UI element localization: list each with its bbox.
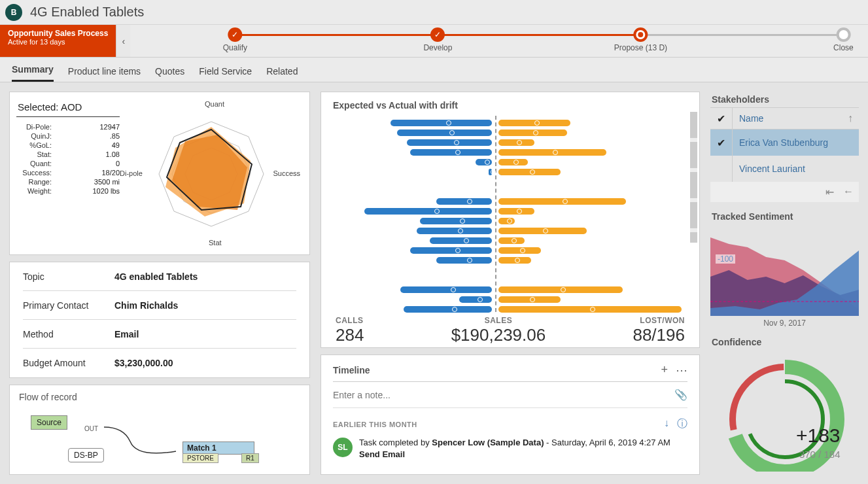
- stakeholder-row[interactable]: ✔Erica Van Stubenburg: [710, 130, 859, 156]
- detail-row[interactable]: Budget Amount$3,230,000.00: [23, 349, 296, 377]
- radar-card: Selected: AOD Di-Pole:12947QuinJ:.85%GoL…: [9, 92, 310, 255]
- radar-stat-row: QuinJ:.85: [16, 131, 120, 141]
- process-banner-title: Opportunity Sales Process: [8, 29, 108, 38]
- timeline-section-label: EARLIER THIS MONTH: [333, 421, 417, 428]
- flow-ds-node[interactable]: DS-BP: [68, 448, 104, 462]
- flow-of-record-card: Flow of record Source OUT DS-BP Match 1 …: [9, 385, 310, 475]
- radar-stat-row: Range:3500 mi: [16, 177, 120, 186]
- timeline-item-actor: Spencer Low (Sample Data): [432, 438, 544, 447]
- calls-value: 284: [336, 325, 364, 345]
- radar-stat-row: Quant:0: [16, 159, 120, 168]
- lost-won-label: LOST/WON: [633, 316, 685, 325]
- app-header: B 4G Enabled Tablets: [0, 0, 868, 25]
- confidence-ratio: 370 / 184: [799, 449, 841, 460]
- check-all-icon[interactable]: ✔: [710, 108, 733, 129]
- radar-stat-row: Weight:1020 lbs: [16, 186, 120, 196]
- sort-icon[interactable]: ↑: [842, 112, 859, 124]
- detail-row[interactable]: Topic4G enabled Tablets: [23, 262, 296, 291]
- app-logo-icon: B: [5, 4, 22, 21]
- flow-r1-label: R1: [241, 453, 259, 463]
- timeline-item-sep: -: [544, 438, 552, 447]
- timeline-title: Timeline: [333, 365, 370, 375]
- sentiment-chart: -100: [710, 224, 859, 316]
- sentiment-marker: -100: [716, 254, 735, 264]
- radar-axis-quant: Quant: [205, 100, 224, 108]
- tab-summary[interactable]: Summary: [12, 64, 54, 82]
- eva-chart: [333, 116, 687, 312]
- process-bar: Opportunity Sales Process Active for 13 …: [0, 25, 868, 58]
- tab-product-line-items[interactable]: Product line items: [68, 66, 141, 82]
- eva-title: Expected vs Actual with drift: [333, 100, 687, 111]
- radar-stat-row: %GoL:49: [16, 141, 120, 150]
- stakeholders-name-col[interactable]: Name: [733, 113, 842, 124]
- flow-match-node[interactable]: Match 1: [182, 441, 254, 455]
- timeline-item-when: Saturday, April 6, 2019 4:27 AM: [551, 438, 670, 447]
- process-stage[interactable]: Propose (13 D): [614, 27, 667, 52]
- process-stage[interactable]: ✓Develop: [423, 27, 452, 52]
- radar-stat-row: Success:18/20: [16, 168, 120, 177]
- confidence-title: Confidence: [710, 334, 859, 350]
- stake-first-icon[interactable]: ⇤: [825, 186, 834, 198]
- radar-stat-row: Stat:1.08: [16, 150, 120, 159]
- timeline-info-icon[interactable]: ⓘ: [677, 417, 687, 431]
- detail-row[interactable]: MethodEmail: [23, 320, 296, 349]
- flow-pstore-label: PSTORE: [182, 453, 218, 463]
- process-banner[interactable]: Opportunity Sales Process Active for 13 …: [0, 25, 116, 57]
- tab-quotes[interactable]: Quotes: [155, 66, 184, 82]
- timeline-card: Timeline + ⋯ 📎 EARLIER THIS MONTH ↓ ⓘ SL: [321, 354, 700, 475]
- stakeholders-title: Stakeholders: [710, 92, 859, 107]
- stakeholders-header: ✔ Name ↑: [710, 107, 859, 130]
- page-title: 4G Enabled Tablets: [30, 5, 144, 20]
- sentiment-section: Tracked Sentiment -100 Nov 9, 2017: [710, 209, 859, 328]
- process-collapse-button[interactable]: ‹: [116, 25, 130, 57]
- sentiment-date: Nov 9, 2017: [710, 319, 859, 328]
- details-card: Topic4G enabled TabletsPrimary ContactCh…: [9, 262, 310, 378]
- avatar: SL: [333, 438, 353, 457]
- confidence-delta: +183: [796, 424, 841, 447]
- tab-related[interactable]: Related: [266, 66, 298, 82]
- detail-row[interactable]: Primary ContactChim Richalds: [23, 291, 296, 320]
- flow-source-node[interactable]: Source: [31, 415, 67, 430]
- timeline-item[interactable]: SL Task completed by Spencer Low (Sample…: [333, 438, 687, 459]
- radar-axis-dipole: Di-pole: [120, 169, 143, 177]
- timeline-more-button[interactable]: ⋯: [676, 363, 687, 377]
- radar-selected-label: Selected: AOD: [16, 99, 120, 117]
- timeline-add-button[interactable]: +: [661, 363, 668, 377]
- radar-chart: Quant Success Stat Di-pole: [120, 99, 303, 248]
- timeline-item-prefix: Task completed by: [359, 438, 432, 447]
- confidence-section: Confidence +183 370 / 184: [710, 334, 859, 472]
- sales-label: SALES: [451, 316, 546, 325]
- timeline-item-line2: Send Email: [359, 449, 670, 459]
- process-banner-subtitle: Active for 13 days: [8, 38, 108, 46]
- timeline-note-input[interactable]: [333, 390, 674, 400]
- radar-axis-stat: Stat: [209, 239, 222, 247]
- lost-won-value: 88/196: [633, 325, 685, 345]
- radar-stat-row: Di-Pole:12947: [16, 122, 120, 131]
- chart-scrollbar[interactable]: [690, 112, 697, 243]
- expected-vs-actual-card: Expected vs Actual with drift CALLS 284 …: [321, 92, 700, 348]
- tab-bar: SummaryProduct line itemsQuotesField Ser…: [0, 58, 868, 82]
- sentiment-title: Tracked Sentiment: [710, 209, 859, 224]
- sales-value: $190,239.06: [451, 325, 546, 345]
- stakeholders-section: Stakeholders ✔ Name ↑ ✔Erica Van Stubenb…: [710, 92, 859, 202]
- tab-field-service[interactable]: Field Service: [199, 66, 252, 82]
- calls-label: CALLS: [336, 316, 364, 325]
- process-stage[interactable]: ✓Qualify: [223, 27, 247, 52]
- flow-title: Flow of record: [19, 392, 300, 402]
- attachment-icon[interactable]: 📎: [674, 389, 687, 401]
- confidence-donut: +183 370 / 184: [716, 354, 854, 472]
- process-stage[interactable]: Close: [833, 27, 854, 52]
- stakeholder-row[interactable]: Vincent Lauriant: [710, 156, 859, 182]
- radar-axis-success: Success: [273, 169, 300, 177]
- stake-prev-icon[interactable]: ←: [843, 186, 854, 198]
- process-track: ✓Qualify✓DevelopPropose (13 D)Close: [130, 25, 868, 57]
- timeline-sort-icon[interactable]: ↓: [664, 417, 669, 431]
